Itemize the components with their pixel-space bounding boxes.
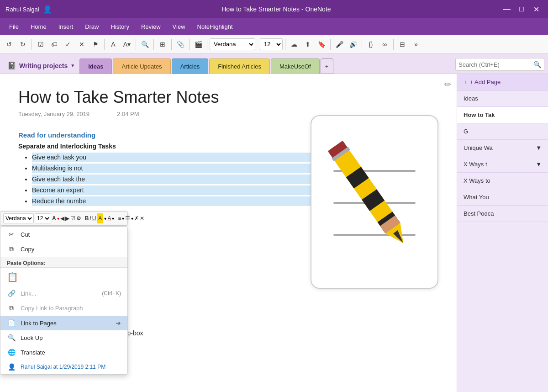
format-bullets-button[interactable]: ≡: [118, 213, 121, 223]
toolbar-separator-3: [136, 39, 136, 50]
main-toolbar: ↺ ↻ ☑ 🏷 ✓ ✕ ⚑ A A▾ 🔍 ⊞ 📎 🎬 Verdana 12 ☁ …: [0, 35, 548, 54]
sidebar-item-best-podca[interactable]: Best Podca: [457, 206, 548, 222]
format-clear-button[interactable]: ✗: [134, 213, 139, 223]
content-area: ✏ How to Take Smarter Notes Tuesday, Jan…: [0, 74, 457, 392]
context-menu-copy[interactable]: ⧉ Copy: [0, 242, 127, 257]
minimize-button[interactable]: —: [501, 3, 513, 16]
tag-button[interactable]: 🏷: [48, 38, 61, 51]
context-menu: ✂ Cut ⧉ Copy Paste Options: 📋 🔗 Link...: [0, 227, 128, 375]
add-page-icon: +: [464, 79, 467, 85]
tag2-button[interactable]: ⚑: [89, 38, 102, 51]
attach-button[interactable]: 📎: [174, 38, 187, 51]
format-close-button[interactable]: ✕: [140, 213, 144, 223]
context-menu-paste[interactable]: 📋: [0, 268, 127, 286]
sidebar-item-how-to-tak[interactable]: How to Tak: [457, 107, 548, 123]
format-bold-button[interactable]: B: [85, 213, 89, 223]
sidebar-item-x-ways-to[interactable]: X Ways to: [457, 173, 548, 189]
format-numbering-button[interactable]: ☰: [125, 213, 130, 223]
tab-article-updates[interactable]: Article Updates: [113, 58, 170, 74]
infinity-button[interactable]: ∞: [378, 38, 391, 51]
table-button[interactable]: ⊞: [156, 38, 169, 51]
user-info: Rahul Saigal 👤: [5, 5, 52, 14]
account-icon: 👤: [43, 5, 52, 14]
main-layout: ✏ How to Take Smarter Notes Tuesday, Jan…: [0, 74, 548, 392]
format-indent-left-button[interactable]: ◀: [60, 213, 64, 223]
search-box[interactable]: 🔍: [455, 58, 544, 71]
context-menu-wrapper: Verdana 12 A ▾ ◀ ▶ ☑ ⚙ B I U A ▾ A ▾: [0, 211, 128, 375]
search-input[interactable]: [458, 61, 532, 68]
add-page-button[interactable]: + + Add Page: [457, 74, 548, 90]
nav-back-button[interactable]: 🔖: [315, 38, 328, 51]
speaker-button[interactable]: 🔊: [347, 38, 359, 51]
menu-history[interactable]: History: [105, 21, 135, 32]
sidebar-item-x-ways-t[interactable]: X Ways t ▼: [457, 156, 548, 173]
tab-ideas[interactable]: Ideas: [79, 58, 112, 74]
font-size-selector[interactable]: 12: [260, 38, 283, 50]
search-icon[interactable]: 🔍: [533, 61, 541, 68]
cut-icon: ✂: [7, 231, 16, 238]
format-a-color-button[interactable]: A: [52, 213, 56, 223]
toolbar-separator-2: [104, 39, 105, 50]
sync-button[interactable]: ☁: [288, 38, 300, 51]
code-button[interactable]: {}: [364, 38, 377, 51]
context-menu-link[interactable]: 🔗 Link... (Ctrl+K): [0, 286, 127, 301]
format-italic-button[interactable]: I: [90, 213, 91, 223]
notebook-chevron-icon: ▼: [70, 63, 75, 68]
close-button[interactable]: ✕: [530, 3, 543, 16]
x-button[interactable]: ✕: [75, 38, 88, 51]
format-more-button[interactable]: ⚙: [76, 213, 81, 223]
format-underline-button[interactable]: U: [92, 213, 96, 223]
menu-notehighlight[interactable]: NoteHighlight: [192, 21, 238, 32]
menu-draw[interactable]: Draw: [79, 21, 104, 32]
maximize-button[interactable]: □: [515, 3, 528, 16]
format-button[interactable]: A: [107, 38, 120, 51]
more-button[interactable]: »: [410, 38, 422, 51]
media-button[interactable]: 🎬: [192, 38, 205, 51]
notebook-icon: 📓: [7, 61, 16, 70]
font-selector[interactable]: Verdana: [210, 38, 255, 50]
check-button[interactable]: ✓: [62, 38, 74, 51]
context-menu-author: 👤 Rahul Saigal at 1/29/2019 2:11 PM: [0, 360, 127, 374]
menu-file[interactable]: File: [4, 21, 24, 32]
nav-forward-button[interactable]: ⬆: [301, 38, 314, 51]
highlight-button[interactable]: A▾: [121, 38, 133, 51]
magnify-button[interactable]: 🔍: [138, 38, 151, 51]
context-menu-link-to-pages[interactable]: 📄 Link to Pages ➜: [0, 316, 127, 330]
toolbar-separator-7: [207, 39, 207, 50]
format-checkbox-button[interactable]: ☑: [70, 213, 75, 223]
sidebar-item-g[interactable]: G: [457, 123, 548, 140]
sidebar-item-what-you[interactable]: What You: [457, 189, 548, 206]
copy-link-icon: ⧉: [7, 304, 16, 312]
undo-button[interactable]: ↺: [3, 38, 16, 51]
menu-view[interactable]: View: [167, 21, 191, 32]
toolbar-separator-9: [330, 39, 331, 50]
panel-button[interactable]: ⊟: [396, 38, 409, 51]
context-menu-lookup[interactable]: 🔍 Look Up: [0, 330, 127, 345]
tab-finished-articles[interactable]: Finished Articles: [209, 58, 270, 74]
notebook-name: Writing projects: [19, 62, 68, 69]
redo-button[interactable]: ↻: [16, 38, 29, 51]
chevron-down-icon: ▼: [536, 144, 542, 151]
sidebar-item-ideas[interactable]: Ideas: [457, 90, 548, 107]
chevron-down-icon: ▼: [536, 161, 542, 168]
tab-articles[interactable]: Articles: [172, 58, 209, 74]
sidebar-item-unique-wa[interactable]: Unique Wa ▼: [457, 140, 548, 156]
context-menu-translate[interactable]: 🌐 Translate: [0, 345, 127, 360]
format-indent-right-button[interactable]: ▶: [65, 213, 69, 223]
notebook-label[interactable]: 📓 Writing projects ▼: [4, 61, 79, 74]
right-sidebar: + + Add Page Ideas How to Tak G Unique W…: [457, 74, 548, 392]
format-size-selector[interactable]: 12: [35, 213, 51, 223]
format-highlight-button[interactable]: A: [97, 213, 103, 223]
menu-insert[interactable]: Insert: [53, 21, 79, 32]
microphone-button[interactable]: 🎤: [333, 38, 346, 51]
tab-add-button[interactable]: +: [321, 58, 333, 74]
tab-makeuseOf[interactable]: MakeUseOf: [271, 58, 320, 74]
context-menu-copy-link[interactable]: ⧉ Copy Link to Paragraph: [0, 301, 127, 316]
context-menu-cut[interactable]: ✂ Cut: [0, 227, 127, 242]
format-font-selector[interactable]: Verdana: [3, 213, 34, 223]
menu-home[interactable]: Home: [25, 21, 52, 32]
svg-rect-2: [333, 234, 416, 236]
menu-review[interactable]: Review: [136, 21, 166, 32]
checkbox-button[interactable]: ☑: [34, 38, 47, 51]
format-font-color-button[interactable]: A: [107, 213, 111, 223]
